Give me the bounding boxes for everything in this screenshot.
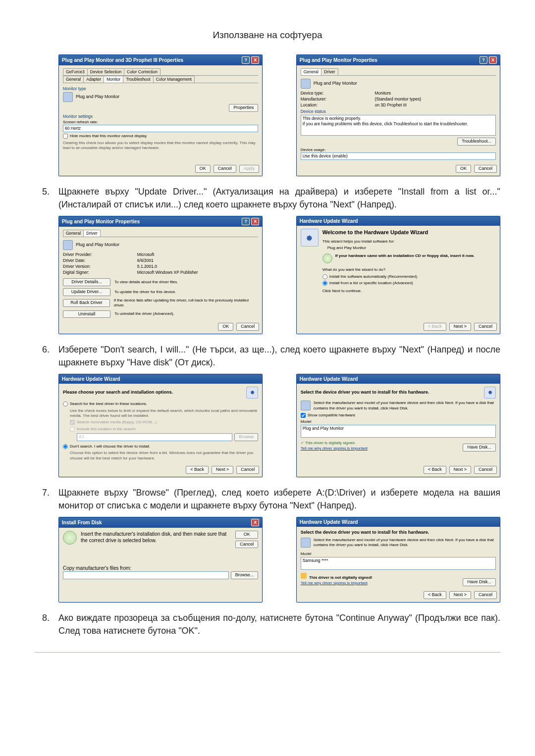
ok-button[interactable]: OK — [195, 165, 211, 173]
lbl-loc: Location: — [301, 102, 375, 108]
model-item[interactable]: Plug and Play Monitor — [303, 426, 344, 431]
tab-monitor[interactable]: Monitor — [104, 76, 123, 83]
wizard-cont: Click Next to continue. — [322, 289, 496, 294]
close-icon[interactable]: X — [251, 218, 259, 225]
refresh-label: Screen refresh rate: — [63, 120, 258, 125]
browse-button[interactable]: Browse... — [231, 571, 259, 579]
back-button[interactable]: < Back — [424, 591, 446, 599]
refresh-select[interactable]: 60 Hertz — [63, 125, 258, 132]
driver-details-button[interactable]: Driver Details... — [63, 278, 110, 286]
next-button[interactable]: Next > — [449, 466, 471, 474]
dlg-title: Hardware Update Wizard — [300, 376, 358, 382]
close-icon[interactable]: X — [489, 56, 497, 64]
properties-button[interactable]: Properties — [229, 104, 258, 112]
usage-select[interactable]: Use this device (enable) — [301, 152, 496, 160]
chk-compat[interactable] — [301, 413, 306, 418]
model-list[interactable]: Plug and Play Monitor — [301, 425, 496, 438]
tab-geforce[interactable]: GeForce3 — [63, 68, 88, 75]
tab-driver[interactable]: Driver — [83, 230, 101, 237]
cancel-button[interactable]: Cancel — [235, 541, 258, 549]
tab-colormgmt[interactable]: Color Management — [153, 76, 195, 83]
apply-button[interactable]: Apply — [239, 165, 260, 173]
grp-status: Device status — [301, 109, 496, 114]
rollback-button[interactable]: Roll Back Driver — [63, 299, 110, 307]
have-disk-button[interactable]: Have Disk... — [463, 578, 496, 586]
tab-general[interactable]: General — [63, 76, 84, 83]
next-button[interactable]: Next > — [449, 323, 471, 331]
radio-auto[interactable] — [322, 274, 327, 279]
cancel-button[interactable]: Cancel — [474, 591, 497, 599]
radio-search[interactable] — [63, 402, 68, 406]
monitor-icon — [301, 401, 311, 410]
monitor-props-general-dialog: Plug and Play Monitor Properties ? X Gen… — [296, 54, 500, 176]
uninstall-button[interactable]: Uninstall — [63, 310, 110, 318]
cancel-button[interactable]: Cancel — [214, 165, 236, 173]
ok-button[interactable]: OK — [218, 323, 233, 331]
ok-button[interactable]: OK — [235, 531, 258, 539]
model-label: Model — [301, 419, 496, 424]
tab-trouble[interactable]: Troubleshoot — [123, 76, 153, 83]
model-item[interactable]: Samsung **** — [303, 558, 328, 563]
hide-modes-checkbox[interactable] — [63, 134, 68, 139]
tab-adapter[interactable]: Adapter — [83, 76, 104, 83]
lbl-sign: Digital Signer: — [63, 270, 137, 275]
rollback-desc: If the device fails after updating the d… — [114, 298, 259, 308]
model-list[interactable]: Samsung **** — [301, 557, 496, 570]
tab-device-sel[interactable]: Device Selection — [87, 68, 124, 75]
have-disk-button[interactable]: Have Disk... — [463, 444, 496, 452]
val-ver: 5.1.2001.0 — [137, 264, 258, 269]
ok-button[interactable]: OK — [456, 165, 471, 173]
close-icon[interactable]: X — [251, 519, 259, 526]
tab-color-corr[interactable]: Color Correction — [124, 68, 160, 75]
lbl-devtype: Device type: — [301, 91, 375, 96]
next-button[interactable]: Next > — [212, 466, 233, 474]
step-text: Ако виждате прозореца за съобщения по-до… — [58, 611, 500, 637]
tab-general[interactable]: General — [301, 68, 321, 75]
lbl-prov: Driver Provider: — [63, 252, 137, 257]
why-link[interactable]: Tell me why driver signing is important — [301, 446, 368, 451]
display-props-dialog: Plug and Play Monitor and 3D Prophet III… — [58, 54, 263, 176]
help-icon[interactable]: ? — [242, 56, 250, 64]
radio-search-label: Search for the best driver in these loca… — [70, 402, 258, 406]
hw-wizard-search-dialog: Hardware Update Wizard Please choose you… — [58, 374, 263, 477]
dlg-title: Plug and Play Monitor Properties — [300, 57, 377, 63]
cancel-button[interactable]: Cancel — [236, 323, 259, 331]
tab-driver[interactable]: Driver — [321, 68, 338, 75]
back-button[interactable]: < Back — [424, 466, 446, 474]
cancel-button[interactable]: Cancel — [474, 165, 497, 173]
status-help: If you are having problems with this dev… — [303, 121, 494, 127]
cancel-button[interactable]: Cancel — [474, 466, 497, 474]
val-sign: Microsoft Windows XP Publisher — [137, 270, 258, 275]
signed-text: ✓ This driver is digitally signed. — [301, 441, 368, 446]
wizard-cd-hint: If your hardware came with an installati… — [335, 253, 475, 258]
update-driver-button[interactable]: Update Driver... — [63, 288, 110, 296]
wizard-head: Select the device driver you want to ins… — [301, 530, 496, 536]
step-text: Изберете "Don't search, I will..." (Не т… — [58, 343, 500, 369]
back-button[interactable]: < Back — [424, 323, 446, 331]
help-icon[interactable]: ? — [480, 56, 487, 64]
radio-list[interactable] — [322, 281, 327, 286]
troubleshoot-button[interactable]: Troubleshoot... — [457, 138, 496, 146]
tab-general[interactable]: General — [63, 230, 84, 237]
copy-from-field[interactable] — [63, 571, 229, 579]
back-button[interactable]: < Back — [186, 466, 209, 474]
uninstall-desc: To uninstall the driver (Advanced). — [114, 311, 174, 316]
cancel-button[interactable]: Cancel — [474, 323, 497, 331]
next-button[interactable]: Next > — [449, 591, 471, 599]
cancel-button[interactable]: Cancel — [236, 466, 259, 474]
why-link[interactable]: Tell me why driver signing is important — [301, 581, 368, 585]
radio-dont-search[interactable] — [63, 444, 68, 449]
wizard-instr: Select the manufacturer and model of you… — [314, 538, 496, 548]
search-desc: Use the check boxes below to limit or ex… — [70, 408, 258, 419]
lbl-ver: Driver Version: — [63, 264, 137, 269]
wizard-icon: ⎈ — [246, 387, 258, 399]
step-text: Щракнете върху "Browse" (Преглед), след … — [58, 486, 500, 512]
close-icon[interactable]: X — [251, 56, 259, 64]
val-prov: Microsoft — [137, 252, 258, 257]
footer-divider — [35, 652, 500, 653]
wizard-head: Please choose your search and installati… — [63, 390, 173, 396]
wizard-dev: Plug and Play Monitor — [327, 246, 496, 251]
copy-from-label: Copy manufacturer's files from: — [63, 565, 258, 571]
help-icon[interactable]: ? — [242, 218, 250, 225]
dlg-title: Install From Disk — [62, 519, 102, 526]
